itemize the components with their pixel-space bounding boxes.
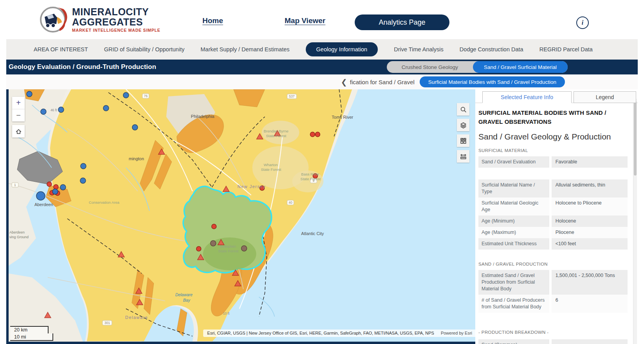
row-value: Holocene [552,215,628,227]
back-layer-label: fication for Sand / Gravel [350,79,415,85]
tab-drive-time-analysis[interactable]: Drive Time Analysis [394,46,444,53]
section-tabstrip: AREA OF INTEREST GRID of Suitability / O… [6,39,638,60]
row-value: Favorable [552,156,628,168]
tab-regrid-parcel[interactable]: REGRID Parcel Data [539,46,593,53]
producer-marker-blue[interactable] [103,105,109,111]
producer-marker-blue[interactable] [123,92,129,98]
row-label: Surficial Material Name / Type [478,179,552,197]
table-row: # of Sand / Gravel Producers from Surfic… [478,295,628,313]
scale-mi: 10 mi [10,333,53,341]
producer-marker-red[interactable] [310,132,315,137]
tab-geology-information[interactable]: Geology Information [306,42,378,56]
producer-marker-brown[interactable] [242,246,247,251]
table-row: Sand / Gravel Evaluation Favorable [478,156,628,168]
producer-marker-red[interactable] [47,182,52,186]
row-value: Pliocene [552,227,628,238]
producer-marker-blue[interactable] [60,185,66,190]
brand-tagline: MARKET INTELLIGENCE MADE SIMPLE [72,28,160,33]
attribution-text: Esri, CGIAR, USGS | New Jersey Office of… [207,331,434,335]
layers-tool-button[interactable] [457,119,469,131]
producer-marker-blue[interactable] [36,192,45,200]
brand-text: MINERALOCITY AGGREGATES MARKET INTELLIGE… [72,7,160,33]
producer-marker-blue[interactable] [41,109,46,114]
home-extent-button[interactable] [12,125,25,138]
nav-button-analytics-page[interactable]: Analytics Page [355,14,449,30]
producer-marker-red[interactable] [212,224,216,229]
producer-marker-red[interactable] [197,246,201,251]
home-icon [15,128,22,135]
map-label: Philadelphia [191,114,215,119]
map-label: Conservation Area [89,200,120,205]
map-label: State Forest [266,134,286,138]
active-layer-button[interactable]: Surficial Material Bodies with Sand / Gr… [420,76,565,87]
producer-marker-blue[interactable] [80,178,86,183]
tab-legend[interactable]: Legend [574,91,636,103]
scale-km: 20 km [10,326,49,333]
map-canvas[interactable]: 765371940301PhiladelphiaToms Rivermingto… [6,89,475,344]
map-label: Delaware [125,315,148,320]
app-header: MINERALOCITY AGGREGATES MARKET INTELLIGE… [0,0,644,39]
feature-info-panel: Selected Feature Info Legend SURFICIAL M… [475,89,638,344]
page-title: Geology Evaluation / Ground-Truth Produc… [6,63,156,71]
producer-marker-brown[interactable] [211,241,216,246]
map-label: Toms River [332,115,353,119]
tab-area-of-interest[interactable]: AREA OF INTEREST [34,46,88,53]
tab-market-supply-demand[interactable]: Market Supply / Demand Estimates [200,46,289,53]
road-shield-number: 301 [105,321,110,325]
info-icon[interactable]: i [576,16,589,29]
zoom-out-button[interactable]: − [12,109,25,121]
search-icon [460,106,467,113]
zoom-in-button[interactable]: + [12,97,25,109]
main-content: 765371940301PhiladelphiaToms Rivermingto… [6,89,638,344]
tab-selected-feature-info[interactable]: Selected Feature Info [482,91,572,103]
map-attribution: Esri, CGIAR, USGS | New Jersey Office of… [203,330,475,337]
map-label: State Forest [261,167,281,172]
map-label: Brendan Byrne [263,129,288,133]
measure-icon [460,153,467,160]
table-row: Estimated Sand / Gravel Production from … [478,270,628,295]
map-label: Atlantic City [301,231,324,236]
row-label: Surficial Material Geologic Age [478,197,552,215]
map-label: Aberdeen [9,230,25,234]
producer-marker-red[interactable] [315,132,320,137]
tab-grid-suitability[interactable]: GRID of Suitability / Opportunity [104,46,185,53]
producer-marker-blue[interactable] [58,107,64,112]
producer-marker-blue[interactable] [132,125,138,130]
toggle-sand-gravel[interactable]: Sand / Gravel Surficial Material [473,61,568,73]
overview-tool-button[interactable] [457,134,469,147]
toggle-crushed-stone[interactable]: Crushed Stone Geology [387,64,473,70]
row-value: Holocene to Pliocene [552,197,628,215]
table-row: Surficial Material Name / Type Alluvial … [478,179,628,197]
map-graphics: 765371940301PhiladelphiaToms Rivermingto… [9,89,475,342]
brand-line1: MINERALOCITY [72,7,160,17]
producer-marker-blue[interactable] [52,189,58,194]
scale-bar: 20 km 10 mi [10,326,53,341]
table-row: Surficial Material Geologic Age Holocene… [478,197,628,215]
producer-marker-blue[interactable] [81,163,86,169]
panel-scrollbar-thumb[interactable] [634,101,637,176]
map-tools [457,103,469,163]
producer-marker-blue[interactable] [27,91,32,97]
panel-scrollbar[interactable] [633,99,637,344]
search-tool-button[interactable] [457,103,469,116]
row-label: Sand (Common) [478,339,552,344]
producer-marker-red[interactable] [54,185,58,189]
section-title-surficial-material: SURFICIAL MATERIAL [478,148,628,153]
panel-heading: SURFICIAL MATERIAL BODIES WITH SAND / GR… [478,108,628,126]
nav-link-home[interactable]: Home [202,16,223,25]
powered-by-esri: Powered by Esri [441,331,472,335]
map-label: Bay [183,298,191,302]
row-label: Age (Minimum) [478,215,552,227]
nav-link-map-viewer[interactable]: Map Viewer [285,16,325,25]
table-row: Age (Minimum) Holocene [478,215,628,227]
brand-line2: AGGREGATES [72,17,160,27]
row-spacer [478,168,628,179]
road-shield-number: 1 [14,183,16,187]
tab-dodge-construction[interactable]: Dodge Construction Data [460,46,523,53]
back-layer-link[interactable]: ❮ fication for Sand / Gravel [341,79,415,85]
panel-subheading: Sand / Gravel Geology & Production [478,132,628,141]
measure-tool-button[interactable] [457,150,469,163]
map-label: State Forest [218,249,239,253]
map-zoom-control: + − [12,97,25,121]
map-label: State Forest [300,177,321,181]
